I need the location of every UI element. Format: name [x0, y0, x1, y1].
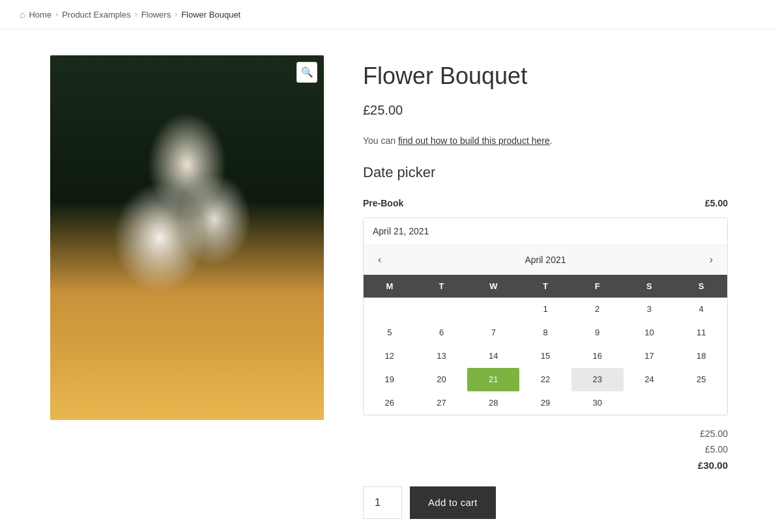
calendar-day-cell: [624, 391, 676, 415]
calendar-header-cell: T: [519, 275, 571, 298]
calendar-header-cell: F: [571, 275, 624, 298]
calendar-day-cell[interactable]: 25: [675, 368, 727, 391]
price-prebook-value: £5.00: [705, 444, 728, 455]
product-image-section: 🔍: [50, 55, 324, 532]
calendar-container: April 21, 2021 ‹ April 2021 › MTWTFSS 12…: [363, 217, 728, 415]
calendar-day-cell[interactable]: 21: [467, 368, 519, 391]
calendar-day-cell[interactable]: 26: [364, 391, 416, 415]
calendar-header-cell: T: [416, 275, 468, 298]
date-picker-label: Date picker: [363, 164, 728, 181]
calendar-day-cell: [675, 391, 727, 415]
calendar-day-cell[interactable]: 22: [519, 368, 571, 391]
calendar-day-cell[interactable]: 4: [675, 298, 727, 321]
price-rows: £25.00 £5.00 £30.00: [363, 426, 728, 473]
breadcrumb-current: Flower Bouquet: [181, 10, 240, 20]
main-content: 🔍 Flower Bouquet £25.00 You can find out…: [31, 29, 747, 532]
calendar-day-cell[interactable]: 18: [675, 344, 727, 368]
calendar-day-cell[interactable]: 8: [519, 321, 571, 344]
calendar-day-cell[interactable]: 5: [364, 321, 416, 344]
price-subtotal-value: £25.00: [700, 428, 728, 439]
price-total-value: £30.00: [698, 460, 728, 471]
calendar-grid: MTWTFSS 12345678910111213141516171819202…: [364, 275, 727, 415]
calendar-prev-button[interactable]: ‹: [373, 251, 386, 268]
calendar-day-cell[interactable]: 11: [675, 321, 727, 344]
price-row-total: £30.00: [363, 457, 728, 473]
zoom-button[interactable]: 🔍: [296, 62, 317, 83]
description-link[interactable]: find out how to build this product here: [398, 135, 550, 146]
pre-book-price: £5.00: [705, 198, 728, 208]
calendar-day-cell[interactable]: 17: [624, 344, 676, 368]
calendar-header-cell: S: [675, 275, 727, 298]
product-image: [50, 55, 324, 420]
add-to-cart-button[interactable]: Add to cart: [410, 486, 496, 519]
breadcrumb: ⌂ Home › Product Examples › Flowers › Fl…: [0, 0, 778, 29]
breadcrumb-flowers-link[interactable]: Flowers: [141, 10, 171, 20]
calendar-day-cell[interactable]: 28: [467, 391, 519, 415]
calendar-day-cell[interactable]: 29: [519, 391, 571, 415]
breadcrumb-sep-2: ›: [135, 10, 137, 19]
calendar-date-display: April 21, 2021: [364, 218, 727, 245]
calendar-day-cell[interactable]: 13: [416, 344, 468, 368]
calendar-day-cell[interactable]: 12: [364, 344, 416, 368]
product-info-section: Flower Bouquet £25.00 You can find out h…: [363, 55, 728, 532]
calendar-header-cell: S: [624, 275, 676, 298]
breadcrumb-sep-3: ›: [175, 10, 177, 19]
calendar-day-cell[interactable]: 20: [416, 368, 468, 391]
calendar-body: 1234567891011121314151617181920212223242…: [364, 298, 727, 415]
calendar-nav: ‹ April 2021 ›: [364, 245, 727, 275]
product-title: Flower Bouquet: [363, 62, 728, 90]
home-icon: ⌂: [20, 9, 25, 20]
calendar-day-cell[interactable]: 14: [467, 344, 519, 368]
calendar-day-cell[interactable]: 19: [364, 368, 416, 391]
breadcrumb-home-link[interactable]: Home: [29, 10, 51, 20]
pre-book-row: Pre-Book £5.00: [363, 191, 728, 215]
product-image-wrapper: 🔍: [50, 55, 324, 420]
calendar-next-button[interactable]: ›: [704, 251, 718, 268]
calendar-day-cell: [467, 298, 519, 321]
calendar-day-cell[interactable]: 7: [467, 321, 519, 344]
calendar-header-cell: W: [467, 275, 519, 298]
calendar-day-cell[interactable]: 16: [571, 344, 624, 368]
calendar-day-cell: [364, 298, 416, 321]
description-prefix: You can: [363, 135, 398, 146]
calendar-day-cell[interactable]: 24: [624, 368, 676, 391]
calendar-day-cell[interactable]: 3: [624, 298, 676, 321]
pre-book-label: Pre-Book: [363, 198, 403, 208]
calendar-day-cell[interactable]: 2: [571, 298, 624, 321]
calendar-day-cell: [416, 298, 468, 321]
calendar-day-cell[interactable]: 30: [571, 391, 624, 415]
calendar-day-cell[interactable]: 27: [416, 391, 468, 415]
breadcrumb-product-examples-link[interactable]: Product Examples: [62, 10, 131, 20]
product-description: You can find out how to build this produ…: [363, 133, 728, 148]
quantity-input[interactable]: [363, 486, 402, 519]
calendar-day-cell[interactable]: 6: [416, 321, 468, 344]
product-price: £25.00: [363, 103, 728, 118]
calendar-month-year: April 2021: [525, 255, 566, 265]
add-to-cart-row: Add to cart: [363, 486, 728, 519]
price-row-prebook: £5.00: [363, 441, 728, 457]
calendar-day-cell[interactable]: 9: [571, 321, 624, 344]
calendar-day-cell[interactable]: 23: [571, 368, 624, 391]
calendar-day-cell[interactable]: 1: [519, 298, 571, 321]
breadcrumb-sep-1: ›: [55, 10, 58, 19]
calendar-header-row: MTWTFSS: [364, 275, 727, 298]
price-row-subtotal: £25.00: [363, 426, 728, 441]
calendar-day-cell[interactable]: 10: [624, 321, 676, 344]
calendar-day-cell[interactable]: 15: [519, 344, 571, 368]
description-suffix: .: [550, 135, 553, 146]
calendar-header-cell: M: [364, 275, 416, 298]
